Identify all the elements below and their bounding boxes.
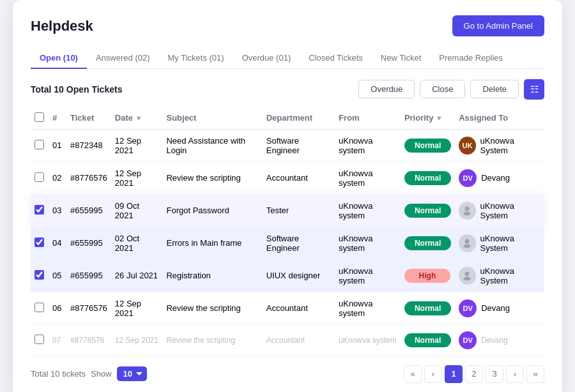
pagination-first[interactable]: «: [404, 365, 422, 383]
row-check-cell: [31, 162, 49, 194]
row-subject: Review the scripting: [162, 292, 262, 324]
header-row: Helpdesk Go to Admin Panel: [31, 15, 544, 36]
table-row: 01#87234812 Sep 2021Need Assistance with…: [31, 129, 544, 162]
tab-6[interactable]: Premade Replies: [430, 48, 512, 69]
row-ticket: #655995: [66, 227, 111, 259]
row-assigned: DVDevang: [455, 292, 544, 324]
row-check-cell: [31, 194, 49, 227]
admin-panel-button[interactable]: Go to Admin Panel: [452, 15, 544, 36]
tab-0[interactable]: Open (10): [31, 48, 87, 69]
row-num: 07: [49, 324, 66, 356]
row-checkbox[interactable]: [34, 335, 44, 344]
tab-5[interactable]: New Ticket: [372, 48, 431, 69]
row-check-cell: [31, 292, 49, 324]
row-subject: Review the scripting: [162, 162, 262, 194]
pagination: « ‹ 1 2 3 › »: [404, 365, 544, 383]
header-check: [31, 107, 49, 130]
row-priority: High: [401, 259, 455, 292]
row-checkbox[interactable]: [34, 140, 44, 149]
row-date: 12 Sep 2021: [111, 162, 163, 194]
row-checkbox[interactable]: [34, 205, 44, 215]
priority-sort-icon: ▼: [436, 114, 443, 122]
pagination-page-3[interactable]: 3: [486, 365, 503, 383]
row-check-cell: [31, 227, 49, 259]
row-num: 05: [49, 259, 66, 292]
header-from: From: [335, 107, 401, 130]
row-date: 26 Jul 2021: [111, 259, 163, 292]
pagination-next[interactable]: ›: [506, 365, 524, 383]
pagination-page-1[interactable]: 1: [445, 365, 463, 383]
svg-point-1: [464, 211, 471, 215]
pagination-page-2[interactable]: 2: [465, 365, 483, 383]
pagination-prev[interactable]: ‹: [424, 365, 442, 383]
row-ticket: #8776576: [66, 162, 111, 194]
row-department: Tester: [263, 194, 335, 227]
row-from: uKnowva system: [335, 259, 401, 292]
overdue-button[interactable]: Overdue: [358, 80, 415, 98]
header-ticket: Ticket: [66, 107, 111, 130]
avatar: [459, 202, 475, 220]
row-from: uKnowva system: [335, 194, 401, 227]
row-ticket: #655995: [66, 194, 111, 227]
tab-2[interactable]: My Tickets (01): [159, 48, 233, 69]
priority-badge: Normal: [404, 333, 451, 347]
row-department: Accountant: [263, 324, 335, 356]
row-assigned: DVDevang: [455, 324, 544, 356]
row-date: 12 Sep 2021: [111, 129, 163, 162]
delete-button[interactable]: Delete: [470, 80, 519, 98]
row-subject: Need Assistance with Login: [162, 129, 262, 162]
filter-icon: ☷: [530, 84, 539, 95]
row-assigned: uKnowva System: [455, 194, 544, 227]
row-assigned: DVDevang: [455, 162, 544, 194]
row-from: uKnowva system: [335, 324, 401, 356]
page-title: Helpdesk: [31, 18, 93, 34]
assigned-name: Devang: [481, 336, 507, 345]
select-all-checkbox[interactable]: [34, 112, 44, 122]
pagination-last[interactable]: »: [526, 365, 544, 383]
avatar: UK: [459, 137, 475, 155]
row-priority: Normal: [401, 292, 455, 324]
tab-1[interactable]: Answered (02): [87, 48, 159, 69]
tab-3[interactable]: Overdue (01): [233, 48, 300, 69]
row-ticket: #655995: [66, 259, 111, 292]
row-date: 12 Sep 2021: [111, 324, 163, 356]
svg-point-5: [464, 276, 471, 280]
row-checkbox[interactable]: [34, 303, 44, 312]
toolbar-actions: Overdue Close Delete ☷: [358, 79, 544, 100]
row-from: uKnowva system: [335, 129, 401, 162]
header-priority[interactable]: Priority ▼: [401, 107, 455, 130]
priority-badge: Normal: [404, 301, 451, 315]
row-checkbox[interactable]: [34, 270, 44, 280]
assigned-name: uKnowva System: [480, 136, 540, 155]
tab-4[interactable]: Closed Tickets: [300, 48, 372, 69]
table-row: 04#65599502 Oct 2021Errors in Main frame…: [31, 227, 544, 259]
row-ticket: #8776576: [66, 324, 111, 356]
row-from: uKnowva system: [335, 227, 401, 259]
footer-row: Total 10 tickets Show 5102550 « ‹ 1 2 3 …: [31, 365, 544, 383]
table-row: 07#877657612 Sep 2021Review the scriptin…: [31, 324, 544, 356]
row-date: 09 Oct 2021: [111, 194, 163, 227]
table-row: 05#65599526 Jul 2021RegistrationUIUX des…: [31, 259, 544, 292]
row-department: Accountant: [263, 162, 335, 194]
row-checkbox[interactable]: [34, 237, 44, 247]
header-assigned: Assigned To: [455, 107, 544, 130]
filter-button[interactable]: ☷: [524, 79, 544, 100]
row-priority: Normal: [401, 227, 455, 259]
priority-badge: High: [404, 269, 450, 283]
priority-badge: Normal: [404, 204, 451, 218]
svg-point-4: [465, 271, 470, 276]
row-priority: Normal: [401, 194, 455, 227]
row-subject: Errors in Main frame: [162, 227, 262, 259]
row-check-cell: [31, 324, 49, 356]
row-priority: Normal: [401, 162, 455, 194]
table-row: 02#877657612 Sep 2021Review the scriptin…: [31, 162, 544, 194]
avatar: DV: [459, 169, 477, 187]
svg-point-0: [465, 206, 470, 211]
row-checkbox[interactable]: [34, 172, 44, 182]
show-label: Show: [91, 369, 112, 379]
row-num: 01: [49, 129, 66, 162]
close-button[interactable]: Close: [420, 80, 465, 98]
tickets-table: # Ticket Date ▼ Subject Department From …: [31, 107, 544, 356]
show-per-page-select[interactable]: 5102550: [117, 366, 147, 381]
header-date[interactable]: Date ▼: [111, 107, 163, 130]
